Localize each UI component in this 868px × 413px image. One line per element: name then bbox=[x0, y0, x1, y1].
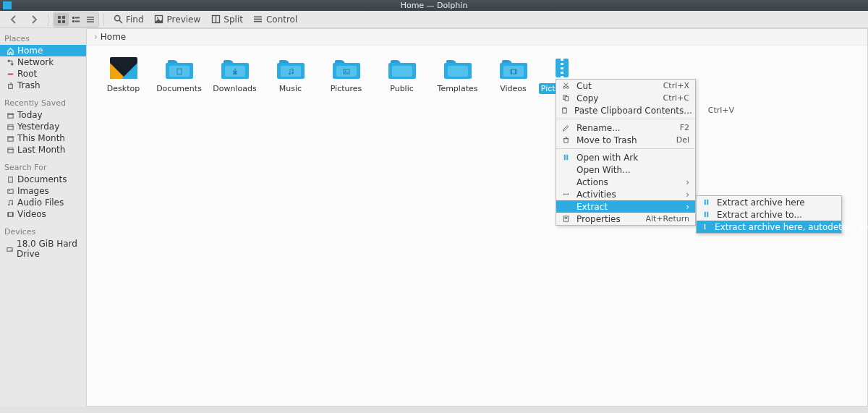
toolbar: Find Preview Split Control bbox=[0, 11, 868, 28]
details-view-button[interactable] bbox=[83, 13, 98, 26]
file-item[interactable]: Videos bbox=[485, 56, 541, 114]
file-item[interactable]: Documents bbox=[151, 56, 207, 114]
sidebar-item-images[interactable]: Images bbox=[0, 185, 86, 197]
menu-item-paste-clipboard-contents[interactable]: Paste Clipboard Contents...Ctrl+V bbox=[556, 104, 695, 116]
recent-header: Recently Saved bbox=[0, 95, 86, 109]
svg-rect-8 bbox=[87, 17, 94, 18]
places-header: Places bbox=[0, 31, 86, 45]
preview-button[interactable]: Preview bbox=[150, 13, 205, 26]
sidebar-item-label: Last Month bbox=[17, 145, 65, 155]
chevron-right-icon: › bbox=[91, 32, 101, 42]
menu-item-copy[interactable]: CopyCtrl+C bbox=[556, 92, 695, 104]
menu-item-extract-archive-here-autodetect-subfolder[interactable]: Extract archive here, autodetect subfold… bbox=[697, 221, 841, 233]
file-label: Documents bbox=[154, 83, 204, 94]
menu-item-extract[interactable]: Extract› bbox=[556, 200, 695, 213]
file-item[interactable]: Desktop bbox=[95, 56, 151, 114]
menu-item-label: Extract archive here, autodetect subfold… bbox=[715, 222, 868, 232]
svg-rect-51 bbox=[565, 97, 569, 101]
view-mode-group bbox=[53, 12, 99, 27]
file-item[interactable]: Pictures bbox=[318, 56, 374, 114]
sidebar-item-label: Network bbox=[17, 57, 54, 67]
sidebar-item-home[interactable]: Home bbox=[0, 45, 86, 56]
window-titlebar: Home — Dolphin bbox=[0, 0, 868, 11]
menu-item-label: Rename... bbox=[576, 123, 664, 133]
split-icon bbox=[210, 14, 221, 25]
file-label: Music bbox=[277, 83, 304, 94]
sidebar-item-trash[interactable]: Trash bbox=[0, 80, 86, 91]
forward-button[interactable] bbox=[25, 13, 43, 26]
separator bbox=[48, 13, 48, 26]
sidebar-item-label: Today bbox=[17, 110, 43, 120]
menu-item-cut[interactable]: CutCtrl+X bbox=[556, 80, 695, 92]
icons-view-button[interactable] bbox=[54, 13, 69, 26]
sidebar-item-network[interactable]: Network bbox=[0, 56, 86, 68]
sidebar-item-label: Images bbox=[17, 186, 49, 196]
svg-rect-26 bbox=[7, 136, 12, 140]
context-submenu[interactable]: Extract archive hereExtract archive to..… bbox=[696, 195, 842, 234]
sidebar-item-label: Documents bbox=[17, 174, 67, 184]
menu-item-open-with[interactable]: Open With... bbox=[556, 163, 695, 176]
sidebar-item-this-month[interactable]: This Month bbox=[0, 132, 86, 144]
menu-item-extract-archive-to[interactable]: Extract archive to... bbox=[697, 208, 841, 221]
chevron-right-icon: › bbox=[686, 202, 689, 212]
svg-point-32 bbox=[9, 190, 9, 190]
sidebar-item-documents[interactable]: Documents bbox=[0, 174, 86, 185]
file-item[interactable]: Music bbox=[263, 56, 318, 114]
calendar-icon bbox=[6, 111, 14, 119]
sidebar-item-audio-files[interactable]: Audio Files bbox=[0, 197, 86, 208]
paste-icon bbox=[561, 106, 569, 114]
calendar-icon bbox=[6, 145, 14, 154]
svg-rect-63 bbox=[705, 200, 706, 205]
find-label: Find bbox=[126, 14, 144, 25]
menu-item-open-with-ark[interactable]: Open with Ark bbox=[556, 151, 695, 163]
menu-item-label: Paste Clipboard Contents... bbox=[574, 106, 692, 116]
copy-icon bbox=[561, 94, 571, 102]
menu-item-properties[interactable]: PropertiesAlt+Return bbox=[556, 213, 695, 225]
sidebar-item-root[interactable]: Root bbox=[0, 68, 86, 80]
breadcrumb-current: Home bbox=[101, 32, 126, 42]
svg-point-11 bbox=[114, 16, 119, 21]
sidebar-item-last-month[interactable]: Last Month bbox=[0, 144, 86, 156]
sidebar-item-label: Home bbox=[17, 46, 43, 56]
back-button[interactable] bbox=[4, 13, 23, 26]
file-label: Pictures bbox=[328, 83, 365, 94]
sidebar-item-18-0-gib-hard-drive[interactable]: 18.0 GiB Hard Drive bbox=[0, 238, 86, 260]
find-button[interactable]: Find bbox=[109, 13, 148, 26]
file-item[interactable]: Public bbox=[374, 56, 430, 114]
menu-item-extract-archive-here[interactable]: Extract archive here bbox=[697, 196, 841, 208]
home-icon bbox=[6, 46, 14, 55]
ark-icon bbox=[701, 223, 709, 231]
video-icon bbox=[6, 210, 14, 218]
svg-rect-24 bbox=[7, 124, 12, 129]
menu-separator bbox=[556, 148, 695, 149]
svg-point-42 bbox=[292, 72, 294, 74]
menu-item-label: Open with Ark bbox=[576, 153, 689, 163]
menu-item-actions[interactable]: Actions› bbox=[556, 176, 695, 188]
svg-rect-19 bbox=[254, 21, 262, 22]
compact-view-button[interactable] bbox=[69, 13, 83, 26]
sidebar-item-label: Audio Files bbox=[17, 197, 64, 208]
file-item[interactable]: Templates bbox=[430, 56, 485, 114]
split-button[interactable]: Split bbox=[206, 13, 247, 26]
svg-rect-6 bbox=[72, 20, 75, 22]
menu-item-rename[interactable]: Rename...F2 bbox=[556, 122, 695, 134]
menu-item-move-to-trash[interactable]: Move to TrashDel bbox=[556, 134, 695, 146]
menu-item-shortcut: F2 bbox=[670, 123, 689, 132]
sidebar-item-today[interactable]: Today bbox=[0, 109, 86, 121]
audio-icon bbox=[6, 198, 14, 207]
svg-point-48 bbox=[563, 86, 565, 88]
svg-rect-38 bbox=[7, 247, 12, 251]
control-button[interactable]: Control bbox=[249, 13, 302, 26]
svg-rect-37 bbox=[12, 212, 12, 216]
svg-rect-0 bbox=[58, 16, 61, 19]
sidebar-item-label: This Month bbox=[17, 133, 65, 143]
file-item[interactable]: Downloads bbox=[207, 56, 263, 114]
separator bbox=[103, 13, 104, 26]
menu-item-label: Open With... bbox=[576, 165, 689, 175]
breadcrumb[interactable]: › Home bbox=[87, 29, 867, 45]
file-label: Videos bbox=[498, 83, 529, 94]
sidebar-item-videos[interactable]: Videos bbox=[0, 208, 86, 220]
context-menu[interactable]: CutCtrl+XCopyCtrl+CPaste Clipboard Conte… bbox=[556, 79, 696, 226]
sidebar-item-yesterday[interactable]: Yesterday bbox=[0, 121, 86, 132]
menu-item-activities[interactable]: Activities› bbox=[556, 188, 695, 200]
